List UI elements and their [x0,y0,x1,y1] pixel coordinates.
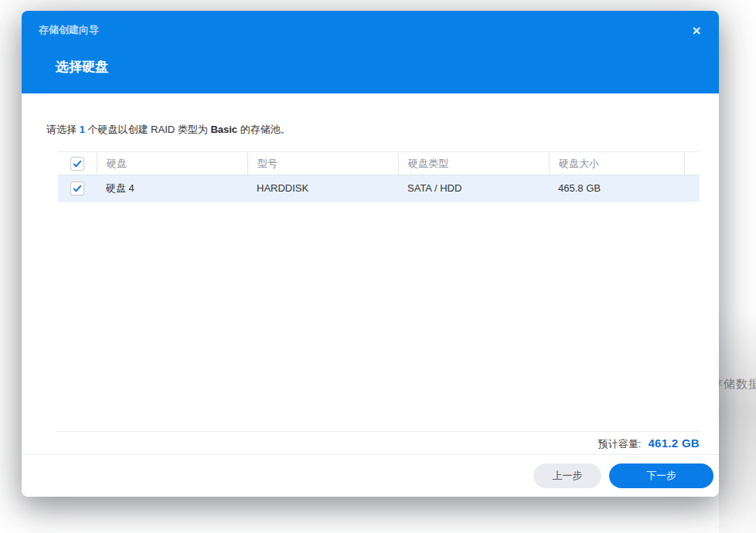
estimated-capacity-label: 预计容量: [598,437,642,451]
column-header-disk[interactable]: 硬盘 [97,152,247,175]
checkmark-icon [72,183,83,194]
column-header-model[interactable]: 型号 [247,152,398,175]
row-checkbox[interactable] [70,182,84,195]
column-header-type[interactable]: 硬盘类型 [398,152,549,175]
table-row[interactable]: 硬盘 4 HARDDISK SATA / HDD 465.8 GB [58,175,700,202]
instruction-part1: 请选择 [46,124,80,135]
disk-table: 硬盘 型号 硬盘类型 硬盘大小 硬盘 4 HARDDISK SATA / HDD… [58,151,700,202]
estimated-capacity: 预计容量: 461.2 GB [598,436,700,451]
disk-count: 1 [80,124,85,135]
estimated-capacity-value: 461.2 GB [648,436,700,450]
table-header-row: 硬盘 型号 硬盘类型 硬盘大小 [58,152,700,175]
select-all-checkbox[interactable] [70,157,84,171]
storage-wizard-dialog: 存储创建向导 × 选择硬盘 请选择 1 个硬盘以创建 RAID 类型为 Basi… [22,11,719,497]
cell-disk-size: 465.8 GB [549,175,684,201]
footer-divider [22,454,719,455]
instruction-text: 请选择 1 个硬盘以创建 RAID 类型为 Basic 的存储池。 [46,123,291,137]
cell-disk-name: 硬盘 4 [97,175,247,201]
next-button[interactable]: 下一步 [609,463,713,488]
cell-spacer [684,175,700,201]
select-all-cell [58,152,97,175]
column-header-size[interactable]: 硬盘大小 [549,152,684,175]
background-shadow-band [719,309,756,533]
checkmark-icon [72,158,83,169]
instruction-part3: 的存储池。 [237,124,291,135]
step-title: 选择硬盘 [56,58,108,76]
row-checkbox-cell [58,175,97,201]
dialog-header: 存储创建向导 × 选择硬盘 [22,11,719,93]
content-divider [56,431,700,432]
back-button[interactable]: 上一步 [533,463,601,488]
window-title: 存储创建向导 [39,23,99,37]
cell-disk-type: SATA / HDD [398,175,549,201]
column-header-spacer [684,152,700,175]
raid-type: Basic [210,124,237,135]
close-icon[interactable]: × [685,19,708,42]
cell-disk-model: HARDDISK [247,175,398,201]
instruction-part2: 个硬盘以创建 RAID 类型为 [85,124,211,135]
